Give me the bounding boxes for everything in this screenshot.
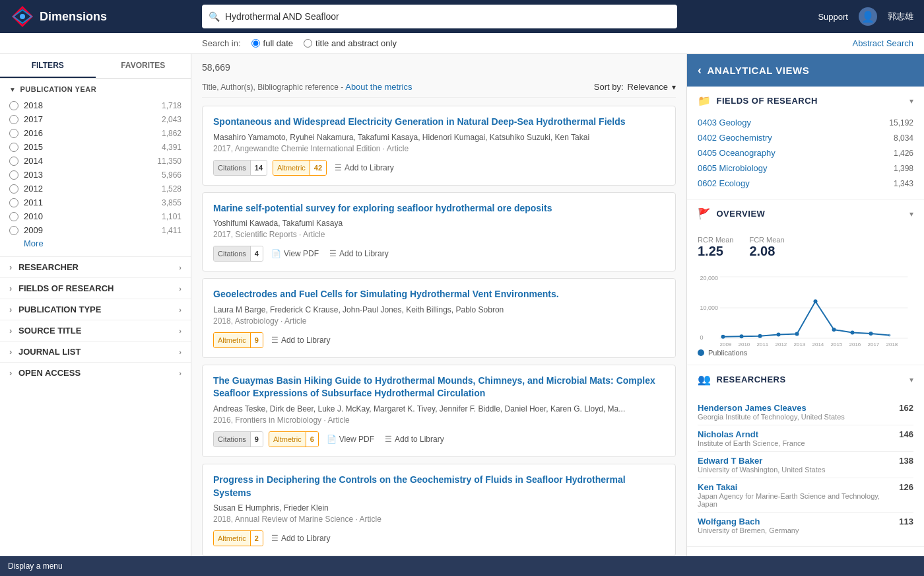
- library-icon: ☰: [329, 249, 337, 258]
- radio-group: Search in: full date title and abstract …: [202, 38, 397, 48]
- result-title[interactable]: Progress in Deciphering the Controls on …: [213, 474, 665, 499]
- year-filter-item[interactable]: 20172,043: [9, 112, 182, 126]
- library-icon: ☰: [335, 163, 342, 172]
- for-link[interactable]: 0602 Ecology: [698, 178, 750, 188]
- add-to-library-button[interactable]: ☰Add to Library: [269, 334, 333, 346]
- year-label: 2016: [24, 128, 43, 138]
- year-count: 5,966: [162, 170, 182, 180]
- year-count: 11,350: [157, 157, 182, 166]
- search-input[interactable]: [225, 11, 671, 22]
- for-link[interactable]: 0402 Geochemistry: [698, 133, 772, 143]
- for-link[interactable]: 0605 Microbiology: [698, 163, 768, 173]
- for-item: 0605 Microbiology1,398: [698, 161, 913, 176]
- year-filter-item[interactable]: 20091,411: [9, 223, 182, 237]
- for-link[interactable]: 0403 Geology: [698, 118, 751, 127]
- year-filter-item[interactable]: 20121,528: [9, 182, 182, 196]
- result-title[interactable]: Marine self-potential survey for explori…: [213, 202, 665, 215]
- fields-of-research-panel-header[interactable]: 📁 FIELDS OF RESEARCH ▾: [687, 87, 924, 115]
- overview-panel-header[interactable]: 🚩 OVERVIEW ▾: [687, 199, 924, 228]
- year-filter-item[interactable]: 20113,855: [9, 196, 182, 209]
- right-panel-header: ‹ ANALYTICAL VIEWS: [687, 54, 924, 87]
- pdf-icon: 📄: [271, 249, 281, 258]
- chevron-right-icon6: ›: [179, 369, 182, 377]
- chevron-right-icon: ›: [179, 264, 182, 271]
- more-years-link[interactable]: More: [24, 237, 182, 250]
- year-radio[interactable]: [9, 170, 18, 180]
- source-title-filter[interactable]: › SOURCE TITLE ›: [0, 320, 191, 341]
- chart-legend: Publications: [698, 349, 913, 357]
- year-label: 2015: [24, 142, 43, 152]
- result-title[interactable]: Spontaneous and Widespread Electricity G…: [213, 116, 665, 129]
- year-radio[interactable]: [9, 226, 18, 235]
- collapse-panel-icon[interactable]: ‹: [698, 63, 702, 77]
- researcher-info: Nicholas Arndt Institute of Earth Scienc…: [698, 429, 805, 447]
- year-filter-item[interactable]: 20135,966: [9, 168, 182, 182]
- about-metrics-link[interactable]: About the metrics: [345, 82, 412, 92]
- result-title[interactable]: The Guaymas Basin Hiking Guide to Hydrot…: [213, 375, 665, 400]
- result-authors: Laura M Barge, Frederick C Krause, John-…: [213, 305, 665, 314]
- researcher-item: Wolfgang Bach University of Bremen, Germ…: [698, 513, 913, 538]
- svg-text:2015: 2015: [831, 342, 843, 346]
- year-count: 2,043: [162, 115, 182, 124]
- open-access-filter[interactable]: › OPEN ACCESS ›: [0, 362, 191, 383]
- overview-title: 🚩 OVERVIEW: [698, 207, 765, 220]
- year-filter-item[interactable]: 20161,862: [9, 126, 182, 140]
- researcher-filter[interactable]: › RESEARCHER ›: [0, 256, 191, 277]
- overview-chevron-icon: ▾: [909, 209, 913, 219]
- year-radio[interactable]: [9, 212, 18, 221]
- researcher-name[interactable]: Edward T Baker: [698, 456, 825, 466]
- for-count: 15,192: [889, 118, 913, 127]
- title-abstract-radio[interactable]: title and abstract only: [304, 38, 397, 48]
- year-filter-item[interactable]: 20181,718: [9, 98, 182, 112]
- sort-by[interactable]: Sort by: Relevance ▾: [594, 82, 676, 92]
- year-radio[interactable]: [9, 143, 18, 152]
- user-avatar[interactable]: 👤: [859, 7, 877, 26]
- results-count: 58,669: [202, 54, 676, 77]
- svg-point-18: [869, 332, 873, 336]
- year-count: 1,862: [162, 129, 182, 138]
- result-actions: Altmetric2☰Add to Library: [213, 530, 665, 546]
- overview-metrics: RCR Mean 1.25 FCR Mean 2.08: [698, 236, 913, 259]
- view-pdf-button[interactable]: 📄View PDF: [324, 433, 377, 445]
- add-to-library-button[interactable]: ☰Add to Library: [327, 248, 391, 260]
- year-count: 1,528: [162, 184, 182, 194]
- year-filter-item[interactable]: 201411,350: [9, 154, 182, 168]
- pub-type-label: › PUBLICATION TYPE: [9, 305, 101, 314]
- year-radio[interactable]: [9, 157, 18, 166]
- publication-type-filter[interactable]: › PUBLICATION TYPE ›: [0, 299, 191, 320]
- fields-of-research-filter[interactable]: › FIELDS OF RESEARCH ›: [0, 277, 191, 299]
- sort-chevron-icon: ▾: [672, 83, 676, 92]
- result-title[interactable]: Geoelectrodes and Fuel Cells for Simulat…: [213, 288, 665, 301]
- researchers-panel: 👥 RESEARCHERS ▾ Henderson James Cleaves …: [687, 365, 924, 547]
- tab-favorites[interactable]: FAVORITES: [96, 54, 191, 78]
- add-to-library-button[interactable]: ☰Add to Library: [382, 433, 447, 445]
- year-filter-item[interactable]: 20101,101: [9, 209, 182, 223]
- support-link[interactable]: Support: [818, 12, 848, 22]
- tab-filters[interactable]: FILTERS: [0, 54, 96, 78]
- view-pdf-button[interactable]: 📄View PDF: [269, 248, 321, 260]
- researcher-name[interactable]: Nicholas Arndt: [698, 429, 805, 439]
- bottom-bar[interactable]: Display a menu: [0, 556, 924, 576]
- for-link[interactable]: 0405 Oceanography: [698, 148, 776, 158]
- open-access-label: › OPEN ACCESS: [9, 368, 81, 378]
- full-date-radio[interactable]: full date: [251, 38, 294, 48]
- people-icon: 👥: [698, 373, 711, 386]
- researcher-name[interactable]: Henderson James Cleaves: [698, 403, 845, 413]
- researcher-count: 113: [899, 517, 913, 526]
- researcher-name[interactable]: Wolfgang Bach: [698, 517, 799, 526]
- add-to-library-button[interactable]: ☰Add to Library: [332, 162, 397, 174]
- abstract-search-link[interactable]: Abstract Search: [853, 38, 914, 48]
- journal-list-filter[interactable]: › JOURNAL LIST ›: [0, 341, 191, 362]
- year-radio[interactable]: [9, 198, 18, 207]
- add-to-library-button[interactable]: ☰Add to Library: [269, 532, 333, 544]
- researcher-name[interactable]: Ken Takai: [698, 482, 899, 492]
- researchers-panel-header[interactable]: 👥 RESEARCHERS ▾: [687, 365, 924, 394]
- year-radio[interactable]: [9, 101, 18, 110]
- year-radio[interactable]: [9, 129, 18, 138]
- year-radio[interactable]: [9, 115, 18, 124]
- search-bar[interactable]: 🔍: [202, 5, 677, 28]
- publication-year-header[interactable]: ▼ PUBLICATION YEAR: [9, 85, 182, 93]
- svg-point-19: [888, 334, 891, 336]
- year-radio[interactable]: [9, 184, 18, 194]
- year-filter-item[interactable]: 20154,391: [9, 140, 182, 154]
